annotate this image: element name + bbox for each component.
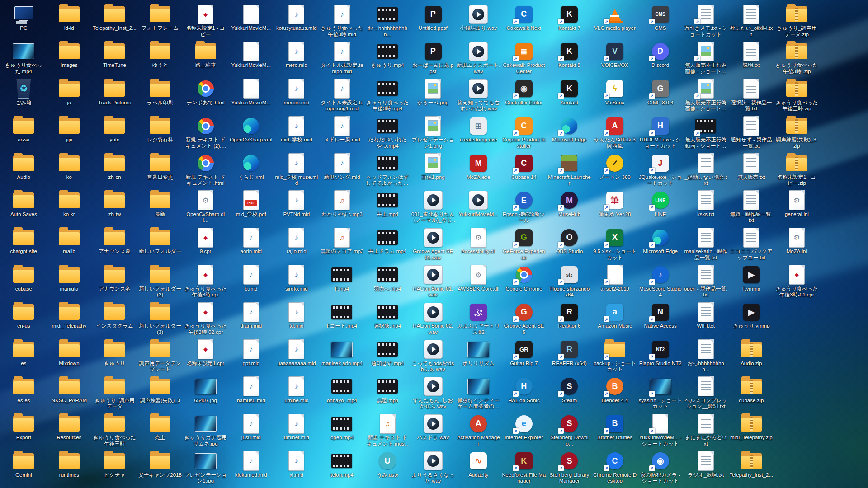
desktop-icon[interactable]: OpenCvSharp.dll... [183,189,228,226]
desktop-icon[interactable]: es-es [1,375,47,412]
desktop-icon[interactable]: ⊞ createdump.exe [456,114,501,151]
desktop-icon[interactable]: GR Guitar Rig 7 [501,338,547,375]
desktop-icon[interactable]: YukkuriMovieM... [456,189,501,226]
desktop-icon[interactable]: runtimes [47,450,92,487]
desktop-icon[interactable]: K Kontakt 8 [547,40,592,77]
desktop-icon[interactable]: 調声練習(失敗)_3 [137,375,183,412]
desktop-icon[interactable]: ϟ VoiSona [592,77,638,114]
desktop-icon[interactable]: 井上.mp4 [365,189,410,226]
desktop-icon[interactable]: 画像1.png [410,152,456,189]
desktop-icon[interactable]: わかりやすc.mp3 [319,189,365,226]
desktop-icon[interactable]: きゅうり食べった午後3時.mp4 [365,77,410,114]
desktop-icon[interactable]: きゅうり_調声用データ.zip [774,3,820,40]
desktop-icon[interactable]: きゅうり食べった午後3時.cpr [183,263,228,300]
desktop-icon[interactable]: きゅうりガチ恋用サムネ.jpg [183,412,228,449]
desktop-icon[interactable]: N Native Access [637,300,683,338]
desktop-icon[interactable]: NT2 Piapro Studio NT2 [637,338,683,375]
desktop-icon[interactable]: TimeTune [92,40,137,77]
desktop-icon[interactable]: Auto Saves [1,189,47,226]
desktop-icon[interactable]: S Steinberg Downlo... [547,412,592,449]
desktop-icon[interactable]: CMS CMS [637,3,683,40]
desktop-icon[interactable]: _起動しない場合.txt [683,152,729,189]
desktop-icon[interactable]: midi_Telepathy.zip [729,412,774,449]
desktop-icon[interactable]: manisek arin.mp4 [319,338,365,375]
desktop-icon[interactable]: 調声用データテンプレート [137,338,183,375]
desktop-icon[interactable]: きゅうり食べった午後三時.zip [774,77,820,114]
desktop-icon[interactable]: Telepathy_Inst_2... [92,3,137,40]
desktop-icon[interactable]: 無人販売不正行為画像 - ショートカッ... [683,40,729,77]
desktop-icon[interactable]: ヘッドフォンはずしててよかった.mp4 [365,152,410,189]
desktop-icon[interactable]: 新しいフォルダー (2) [137,263,183,300]
desktop-icon[interactable]: おっhhhhhhhhhhh... [365,3,410,40]
desktop-icon[interactable]: e Internet Explorer [501,412,547,449]
desktop-icon[interactable]: chatgpt-site [1,226,47,263]
desktop-icon[interactable]: en-us [1,300,47,338]
desktop-icon[interactable]: td.mid [274,300,320,338]
desktop-icon[interactable]: きゅうり食べった午後3時-01.cpr [774,263,820,300]
desktop-icon[interactable]: きゅうり [92,338,137,375]
desktop-icon[interactable]: ohhayo-.mp4 [319,375,365,412]
desktop-icon[interactable]: 父子キャンプ2018 [137,450,183,487]
desktop-icon[interactable]: ▶ F.ymmp [729,263,774,300]
desktop-icon[interactable]: teion.mp4 [319,450,365,487]
desktop-icon[interactable]: Telepathy_Inst_2... [729,450,774,487]
desktop-icon[interactable]: AWSSDK.Core.dll [456,263,501,300]
desktop-icon[interactable]: M MuseHub [547,189,592,226]
desktop-icon[interactable]: maniuta [47,263,92,300]
desktop-icon[interactable]: b.mid [228,263,274,300]
desktop-icon[interactable]: 筆 筆まめ Ver.28 [592,189,638,226]
desktop-icon[interactable]: 新規 テキスト ドキュメント.html [183,152,228,189]
desktop-icon[interactable]: ◉ Controller Editor [501,77,547,114]
desktop-icon[interactable]: YukkuriMovieM... - ショートカット [637,412,683,449]
desktop-icon[interactable]: 売上 [137,412,183,449]
desktop-icon[interactable]: タイトル未設定.tempo.mid [319,40,365,77]
desktop-icon[interactable]: meroin.mid [274,77,320,114]
desktop-icon[interactable]: xl.mid [274,450,320,487]
desktop-icon[interactable]: NKSC_PARAM [47,375,92,412]
desktop-icon[interactable]: きゅうり.mp4 [365,40,410,77]
desktop-icon[interactable]: LINE LINE [637,189,683,226]
desktop-icon[interactable]: kiokumed.mid [228,450,274,487]
desktop-icon[interactable]: P おーばーまにあ.ppsf [410,40,456,77]
desktop-icon[interactable]: MoZA.ini [774,226,820,263]
desktop-icon[interactable]: C Crypton Product Installer [501,114,547,151]
desktop-icon[interactable]: ✓ ノートン 360 [592,152,638,189]
desktop-icon[interactable]: 孤独なインディーゲーム開発者の一生 ... [456,375,501,412]
desktop-icon[interactable]: rajio.mid [274,226,320,263]
desktop-icon[interactable]: プレゼンテーション1.jpg [183,450,228,487]
desktop-icon[interactable]: ∿ Audacity [456,450,501,487]
desktop-icon[interactable]: ◉ 家の防犯カメラ - ショートカット [637,450,683,487]
desktop-icon[interactable]: プレゼンテーション1.png [410,114,456,151]
desktop-icon[interactable]: フォトフレーム [137,3,183,40]
desktop-icon[interactable]: open.mp4 [319,412,365,449]
desktop-icon[interactable]: バスドラ.wav [410,412,456,449]
desktop-icon[interactable]: aorin.mid [228,226,274,263]
desktop-icon[interactable]: ♪ MuseScore Studio 4 [637,263,683,300]
desktop-icon[interactable]: きゅうり_調声用データ [92,375,137,412]
desktop-icon[interactable]: 新しいフォルダー [137,226,183,263]
desktop-icon[interactable]: Audio.zip [729,338,774,375]
desktop-icon[interactable]: メドレー風.mid [319,114,365,151]
desktop-icon[interactable]: 新規ソング.mid [319,152,365,189]
desktop-icon[interactable]: A かんたん!AITalk 3 関西風 [592,114,638,151]
desktop-icon[interactable]: P Untitled.ppsf [410,3,456,40]
desktop-icon[interactable]: gpt.mid [228,338,274,375]
desktop-icon[interactable]: C Cubase 14 [501,152,547,189]
desktop-icon[interactable]: sfz Plogue sforzando x64 [547,263,592,300]
desktop-icon[interactable]: Accessibility.dll [456,226,501,263]
desktop-icon[interactable]: 選択肢 - 親作品一覧.txt [729,77,774,114]
desktop-icon[interactable]: PVTNd.mid [274,189,320,226]
desktop-icon[interactable]: ニコニコバックアップユー.txt [729,226,774,263]
desktop-icon[interactable]: 万引きメモ.txt - ショートカット [683,3,729,40]
desktop-icon[interactable]: C Chrome Remote Desktop [592,450,638,487]
desktop-icon[interactable]: テンポあて.html [183,77,228,114]
desktop-icon[interactable]: WIFI.txt [683,300,729,338]
desktop-icon[interactable]: general.ini [774,189,820,226]
desktop-icon[interactable]: 通知せず - 親作品一覧.txt [729,114,774,151]
desktop-icon[interactable]: 新しいフォルダー (3) [137,300,183,338]
desktop-icon[interactable]: Gemini [1,450,47,487]
desktop-icon[interactable]: Microsoft Edge [637,226,683,263]
desktop-icon[interactable]: R REAPER (x64) [547,338,592,375]
desktop-icon[interactable]: YukkuriMovieM... [228,3,274,40]
desktop-icon[interactable]: K Keepforest File Manager [501,450,547,487]
